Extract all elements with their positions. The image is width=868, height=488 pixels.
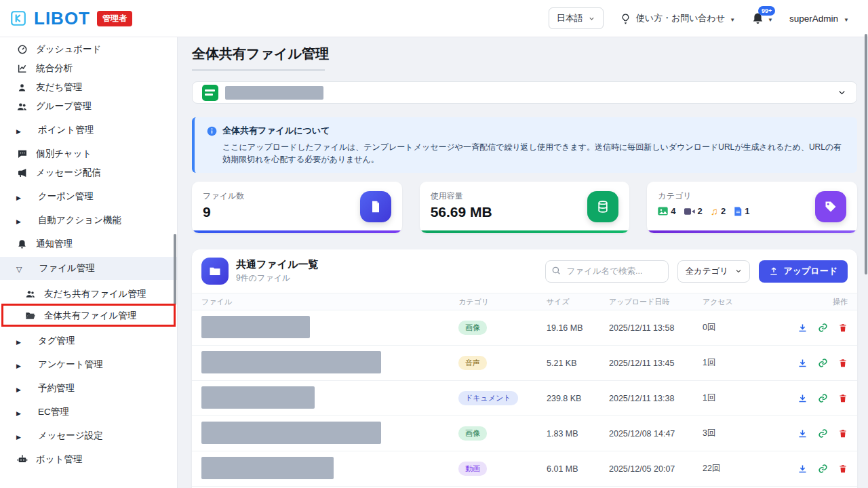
caret-right-icon <box>16 360 21 370</box>
link-icon[interactable] <box>818 464 828 474</box>
link-icon[interactable] <box>818 428 828 439</box>
category-badge: 画像 <box>458 321 487 335</box>
stat-card-categories: カテゴリ 4 2 ♫ 2 1 <box>647 182 857 233</box>
line-account-icon <box>202 85 218 101</box>
caret-right-icon <box>16 192 21 202</box>
megaphone-icon <box>16 167 28 178</box>
download-icon[interactable] <box>797 358 808 368</box>
sidebar-item-reservations[interactable]: 予約管理 <box>0 379 177 398</box>
redacted-file-name <box>201 422 381 444</box>
sidebar-item-points[interactable]: ポイント管理 <box>0 121 177 140</box>
sidebar-item-global-shared-files[interactable]: 全体共有ファイル管理 <box>0 305 177 327</box>
sidebar-item-tags[interactable]: タグ管理 <box>0 331 177 350</box>
sidebar-item-analytics[interactable]: 統合分析 <box>0 59 177 78</box>
download-icon[interactable] <box>797 464 808 474</box>
column-header-uploaded: アップロード日時 <box>609 297 703 307</box>
redacted-account-name <box>225 86 323 100</box>
user-icon <box>16 83 28 93</box>
info-icon <box>207 126 217 136</box>
music-note-icon: ♫ <box>711 206 718 216</box>
logo[interactable]: LIBOT 管理者 <box>9 8 132 29</box>
link-icon[interactable] <box>818 393 828 403</box>
user-menu[interactable]: superAdmin <box>789 14 849 24</box>
file-size: 5.21 KB <box>547 359 609 368</box>
redacted-file-name <box>201 351 381 373</box>
notification-count-badge: 99+ <box>758 6 775 16</box>
caret-right-icon <box>16 431 21 441</box>
download-icon[interactable] <box>797 393 808 403</box>
table-row: ドキュメント 239.8 KB 2025/12/11 13:38 1回 <box>192 381 857 416</box>
sidebar-item-ec[interactable]: EC管理 <box>0 403 177 422</box>
category-badge: 音声 <box>458 356 487 370</box>
sidebar-item-message-settings[interactable]: メッセージ設定 <box>0 426 177 445</box>
access-count: 3回 <box>703 428 768 439</box>
notifications-menu[interactable]: 99+ <box>751 12 773 25</box>
sidebar-item-friends[interactable]: 友だち管理 <box>0 78 177 97</box>
sidebar-item-surveys[interactable]: アンケート管理 <box>0 355 177 374</box>
document-icon <box>734 207 742 216</box>
sidebar-item-notifications[interactable]: 通知管理 <box>0 235 177 253</box>
tag-icon <box>815 191 846 222</box>
main-content: ダッシュボード / 全体共有ファイル管理 全体共有ファイル管理 全体共有ファイル… <box>178 0 868 488</box>
sidebar-item-groups[interactable]: グループ管理 <box>0 97 177 116</box>
link-icon[interactable] <box>818 358 828 368</box>
main-scrollbar[interactable] <box>865 34 867 274</box>
redacted-file-name <box>201 386 315 409</box>
trash-icon[interactable] <box>838 428 848 439</box>
trash-icon[interactable] <box>838 464 848 474</box>
trash-icon[interactable] <box>838 358 848 368</box>
logo-text: LIBOT <box>34 8 90 29</box>
sidebar-item-coupons[interactable]: クーポン管理 <box>0 187 177 206</box>
column-header-file: ファイル <box>201 297 458 307</box>
trash-icon[interactable] <box>838 393 848 403</box>
search-icon <box>551 266 561 275</box>
info-banner: 全体共有ファイルについて ここにアップロードしたファイルは、テンプレートメッセー… <box>192 117 857 173</box>
download-icon[interactable] <box>797 428 808 439</box>
chevron-down-icon <box>588 15 595 22</box>
upload-date: 2025/12/11 13:38 <box>609 394 703 403</box>
sidebar-item-dashboard[interactable]: ダッシュボード <box>0 40 177 59</box>
sidebar-scrollbar[interactable] <box>174 234 176 305</box>
account-selector[interactable] <box>192 81 857 104</box>
table-row: 画像 1.83 MB 2025/12/08 14:47 3回 <box>192 416 857 451</box>
sidebar-item-friend-shared-files[interactable]: 友だち共有ファイル管理 <box>0 283 177 305</box>
sidebar-item-chat[interactable]: 個別チャット <box>0 144 177 163</box>
caret-right-icon <box>16 125 21 136</box>
sidebar-item-auto-actions[interactable]: 自動アクション機能 <box>0 211 177 230</box>
chat-icon <box>16 148 28 159</box>
folder-open-icon <box>24 310 36 321</box>
help-menu[interactable]: 使い方・お問い合わせ <box>620 12 735 24</box>
banner-title: 全体共有ファイルについて <box>222 125 330 137</box>
search-input[interactable] <box>545 260 669 283</box>
link-icon[interactable] <box>818 323 828 333</box>
redacted-file-name <box>201 457 334 479</box>
sidebar: ダッシュボード 統合分析 友だち管理 グループ管理 ポイント管理 個別チャット … <box>0 37 178 488</box>
access-count: 0回 <box>703 322 768 333</box>
help-label: 使い方・お問い合わせ <box>636 12 726 24</box>
user-name: superAdmin <box>789 14 838 24</box>
admin-role-badge: 管理者 <box>97 11 132 26</box>
upload-date: 2025/12/08 14:47 <box>609 429 703 439</box>
category-filter-select[interactable]: 全カテゴリ <box>677 260 750 283</box>
sidebar-item-file-management[interactable]: ファイル管理 <box>0 257 177 280</box>
download-icon[interactable] <box>797 323 808 333</box>
stat-accent-bar <box>192 230 402 233</box>
file-size: 1.83 MB <box>547 429 609 439</box>
gauge-icon <box>16 44 28 55</box>
caret-down-icon <box>730 14 735 24</box>
users-icon <box>16 101 28 113</box>
trash-icon[interactable] <box>838 323 848 333</box>
sidebar-item-bots[interactable]: ボット管理 <box>0 450 177 469</box>
table-row: 音声 5.21 KB 2025/12/11 13:45 1回 <box>192 346 857 381</box>
stat-card-file-count: ファイル数 9 <box>192 182 402 233</box>
sidebar-item-message-delivery[interactable]: メッセージ配信 <box>0 163 177 182</box>
stats-row: ファイル数 9 使用容量 56.69 MB カテゴリ 4 <box>192 182 857 233</box>
language-label: 日本語 <box>557 12 583 24</box>
language-select-button[interactable]: 日本語 <box>549 7 604 29</box>
upload-button[interactable]: アップロード <box>759 260 848 283</box>
stat-card-storage: 使用容量 56.69 MB <box>420 182 630 233</box>
category-count-video: 2 <box>684 206 703 216</box>
chart-icon <box>16 63 28 74</box>
caret-down-icon <box>844 14 849 24</box>
video-icon <box>684 207 695 216</box>
